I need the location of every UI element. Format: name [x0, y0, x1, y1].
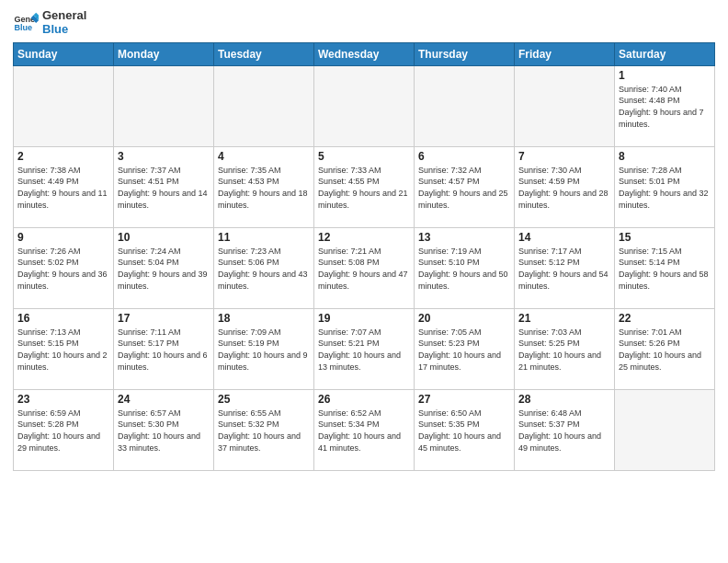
calendar-cell: 15Sunrise: 7:15 AM Sunset: 5:14 PM Dayli… [615, 227, 715, 308]
calendar-cell [515, 65, 615, 146]
day-number: 7 [518, 150, 610, 163]
calendar-cell [14, 65, 114, 146]
day-info: Sunrise: 7:26 AM Sunset: 5:02 PM Dayligh… [17, 246, 109, 292]
day-info: Sunrise: 7:38 AM Sunset: 4:49 PM Dayligh… [17, 165, 109, 211]
day-info: Sunrise: 7:11 AM Sunset: 5:17 PM Dayligh… [118, 327, 210, 373]
logo-blue: Blue [42, 23, 86, 37]
logo-icon: General Blue [13, 10, 39, 36]
day-info: Sunrise: 7:03 AM Sunset: 5:25 PM Dayligh… [518, 327, 610, 373]
day-number: 4 [218, 150, 310, 163]
calendar-cell: 7Sunrise: 7:30 AM Sunset: 4:59 PM Daylig… [515, 146, 615, 227]
day-info: Sunrise: 7:32 AM Sunset: 4:57 PM Dayligh… [418, 165, 510, 211]
day-number: 13 [418, 231, 510, 244]
day-number: 26 [318, 393, 410, 406]
weekday-header-friday: Friday [515, 42, 615, 65]
calendar-cell: 2Sunrise: 7:38 AM Sunset: 4:49 PM Daylig… [14, 146, 114, 227]
calendar-cell: 18Sunrise: 7:09 AM Sunset: 5:19 PM Dayli… [214, 308, 314, 389]
day-number: 28 [518, 393, 610, 406]
calendar-cell: 12Sunrise: 7:21 AM Sunset: 5:08 PM Dayli… [314, 227, 415, 308]
day-number: 6 [418, 150, 510, 163]
day-info: Sunrise: 7:37 AM Sunset: 4:51 PM Dayligh… [118, 165, 210, 211]
day-number: 16 [17, 312, 109, 325]
day-info: Sunrise: 7:21 AM Sunset: 5:08 PM Dayligh… [318, 246, 410, 292]
day-number: 11 [218, 231, 310, 244]
week-row-3: 16Sunrise: 7:13 AM Sunset: 5:15 PM Dayli… [14, 308, 715, 389]
week-row-0: 1Sunrise: 7:40 AM Sunset: 4:48 PM Daylig… [14, 65, 715, 146]
weekday-header-sunday: Sunday [14, 42, 114, 65]
day-info: Sunrise: 7:07 AM Sunset: 5:21 PM Dayligh… [318, 327, 410, 373]
calendar-cell: 28Sunrise: 6:48 AM Sunset: 5:37 PM Dayli… [515, 389, 615, 470]
calendar-cell: 4Sunrise: 7:35 AM Sunset: 4:53 PM Daylig… [214, 146, 314, 227]
weekday-header-thursday: Thursday [415, 42, 515, 65]
calendar-cell: 24Sunrise: 6:57 AM Sunset: 5:30 PM Dayli… [114, 389, 214, 470]
calendar-cell: 17Sunrise: 7:11 AM Sunset: 5:17 PM Dayli… [114, 308, 214, 389]
day-info: Sunrise: 7:23 AM Sunset: 5:06 PM Dayligh… [218, 246, 310, 292]
day-number: 25 [218, 393, 310, 406]
weekday-header-wednesday: Wednesday [314, 42, 415, 65]
day-info: Sunrise: 6:50 AM Sunset: 5:35 PM Dayligh… [418, 408, 510, 454]
week-row-2: 9Sunrise: 7:26 AM Sunset: 5:02 PM Daylig… [14, 227, 715, 308]
day-info: Sunrise: 7:35 AM Sunset: 4:53 PM Dayligh… [218, 165, 310, 211]
weekday-header-saturday: Saturday [615, 42, 715, 65]
day-number: 17 [118, 312, 210, 325]
logo-area: General Blue General Blue [13, 9, 86, 37]
day-number: 9 [17, 231, 109, 244]
logo-general: General [42, 9, 86, 23]
day-info: Sunrise: 6:55 AM Sunset: 5:32 PM Dayligh… [218, 408, 310, 454]
calendar-cell: 11Sunrise: 7:23 AM Sunset: 5:06 PM Dayli… [214, 227, 314, 308]
day-info: Sunrise: 7:17 AM Sunset: 5:12 PM Dayligh… [518, 246, 610, 292]
day-number: 27 [418, 393, 510, 406]
calendar-cell: 1Sunrise: 7:40 AM Sunset: 4:48 PM Daylig… [615, 65, 715, 146]
day-number: 14 [518, 231, 610, 244]
day-info: Sunrise: 7:24 AM Sunset: 5:04 PM Dayligh… [118, 246, 210, 292]
calendar-cell: 8Sunrise: 7:28 AM Sunset: 5:01 PM Daylig… [615, 146, 715, 227]
weekday-header-row: SundayMondayTuesdayWednesdayThursdayFrid… [14, 42, 715, 65]
calendar-cell: 14Sunrise: 7:17 AM Sunset: 5:12 PM Dayli… [515, 227, 615, 308]
calendar-cell [114, 65, 214, 146]
weekday-header-tuesday: Tuesday [214, 42, 314, 65]
day-number: 20 [418, 312, 510, 325]
week-row-1: 2Sunrise: 7:38 AM Sunset: 4:49 PM Daylig… [14, 146, 715, 227]
calendar-cell: 22Sunrise: 7:01 AM Sunset: 5:26 PM Dayli… [615, 308, 715, 389]
calendar-table: SundayMondayTuesdayWednesdayThursdayFrid… [13, 42, 715, 471]
calendar-cell: 23Sunrise: 6:59 AM Sunset: 5:28 PM Dayli… [14, 389, 114, 470]
day-info: Sunrise: 7:28 AM Sunset: 5:01 PM Dayligh… [619, 165, 711, 211]
day-number: 3 [118, 150, 210, 163]
calendar-cell: 19Sunrise: 7:07 AM Sunset: 5:21 PM Dayli… [314, 308, 415, 389]
page: General Blue General Blue SundayMondayTu… [0, 0, 728, 563]
day-info: Sunrise: 7:13 AM Sunset: 5:15 PM Dayligh… [17, 327, 109, 373]
day-info: Sunrise: 6:52 AM Sunset: 5:34 PM Dayligh… [318, 408, 410, 454]
day-info: Sunrise: 7:09 AM Sunset: 5:19 PM Dayligh… [218, 327, 310, 373]
day-number: 8 [619, 150, 711, 163]
svg-text:Blue: Blue [14, 23, 32, 32]
calendar-cell: 20Sunrise: 7:05 AM Sunset: 5:23 PM Dayli… [415, 308, 515, 389]
weekday-header-monday: Monday [114, 42, 214, 65]
calendar-cell: 9Sunrise: 7:26 AM Sunset: 5:02 PM Daylig… [14, 227, 114, 308]
calendar-cell: 16Sunrise: 7:13 AM Sunset: 5:15 PM Dayli… [14, 308, 114, 389]
day-info: Sunrise: 7:40 AM Sunset: 4:48 PM Dayligh… [619, 84, 711, 130]
calendar-cell: 13Sunrise: 7:19 AM Sunset: 5:10 PM Dayli… [415, 227, 515, 308]
day-number: 23 [17, 393, 109, 406]
calendar-cell: 5Sunrise: 7:33 AM Sunset: 4:55 PM Daylig… [314, 146, 415, 227]
calendar-cell: 10Sunrise: 7:24 AM Sunset: 5:04 PM Dayli… [114, 227, 214, 308]
day-info: Sunrise: 7:30 AM Sunset: 4:59 PM Dayligh… [518, 165, 610, 211]
calendar-cell [214, 65, 314, 146]
day-number: 15 [619, 231, 711, 244]
week-row-4: 23Sunrise: 6:59 AM Sunset: 5:28 PM Dayli… [14, 389, 715, 470]
calendar-cell: 26Sunrise: 6:52 AM Sunset: 5:34 PM Dayli… [314, 389, 415, 470]
day-number: 21 [518, 312, 610, 325]
day-number: 22 [619, 312, 711, 325]
calendar-cell [314, 65, 415, 146]
calendar-cell: 25Sunrise: 6:55 AM Sunset: 5:32 PM Dayli… [214, 389, 314, 470]
day-info: Sunrise: 7:05 AM Sunset: 5:23 PM Dayligh… [418, 327, 510, 373]
calendar-cell [615, 389, 715, 470]
header-area: General Blue General Blue [13, 9, 715, 37]
day-number: 2 [17, 150, 109, 163]
day-number: 18 [218, 312, 310, 325]
calendar-cell: 6Sunrise: 7:32 AM Sunset: 4:57 PM Daylig… [415, 146, 515, 227]
day-number: 24 [118, 393, 210, 406]
day-number: 1 [619, 69, 711, 82]
day-number: 5 [318, 150, 410, 163]
day-info: Sunrise: 7:15 AM Sunset: 5:14 PM Dayligh… [619, 246, 711, 292]
day-number: 12 [318, 231, 410, 244]
